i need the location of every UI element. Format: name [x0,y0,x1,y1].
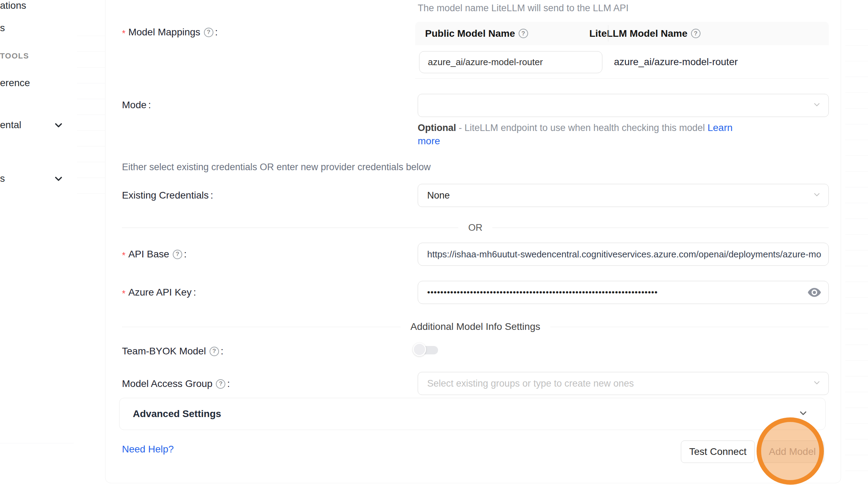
chevron-down-icon[interactable] [53,173,64,185]
team-byok-toggle[interactable] [413,343,438,358]
mode-help-text: Optional - LiteLLM endpoint to use when … [418,121,733,148]
team-byok-label: Team-BYOK Model ? : [122,344,223,358]
model-access-group-select[interactable]: Select existing groups or type to create… [418,372,829,395]
litellm-model-name-helper: The model name LiteLLM will send to the … [418,3,629,14]
sidebar-item-label: ations [0,0,26,11]
api-base-input[interactable] [418,243,828,265]
column-divider [608,25,608,42]
chevron-down-icon[interactable] [53,119,64,131]
model-mappings-label: * Model Mappings ? : [122,25,218,39]
background-row-line [0,443,74,443]
advanced-settings-label: Advanced Settings [133,408,221,420]
chevron-down-icon [812,378,821,389]
model-mapping-row: azure_ai/azure-model-router [415,45,829,79]
mode-select[interactable] [418,94,829,117]
required-asterisk: * [122,250,125,261]
help-question-icon[interactable]: ? [173,250,182,259]
credentials-note: Either select existing credentials OR en… [122,162,431,173]
help-question-icon[interactable]: ? [691,29,700,38]
sidebar-item-experimental[interactable]: ental [0,118,21,132]
chevron-down-icon [812,190,821,201]
additional-info-divider: Additional Model Info Settings [122,322,829,332]
help-question-icon[interactable]: ? [519,29,528,38]
advanced-settings-panel[interactable]: Advanced Settings [119,398,826,430]
existing-credentials-select[interactable]: None [418,184,829,207]
background-table-left-sliver [77,20,105,202]
api-base-input-wrap [418,243,829,266]
help-question-icon[interactable]: ? [216,379,225,389]
public-model-name-input[interactable] [419,57,602,68]
sidebar-item-label: ental [0,119,21,131]
azure-api-key-masked-value[interactable]: ••••••••••••••••••••••••••••••••••••••••… [418,287,828,297]
eye-icon [807,286,822,298]
learn-more-link[interactable]: Learn [708,122,733,133]
model-mappings-header-row: Public Model Name ? LiteLLM Model Name ? [415,22,829,45]
or-divider: OR [122,223,829,233]
sidebar-item-label: erence [0,77,30,89]
litellm-model-name-value: azure_ai/azure-model-router [614,45,738,78]
azure-api-key-input-wrap: ••••••••••••••••••••••••••••••••••••••••… [418,281,829,304]
help-question-icon[interactable]: ? [204,28,213,37]
required-asterisk: * [122,28,125,39]
public-model-name-input-wrap [419,51,602,73]
background-table-right-sliver [845,14,868,476]
chevron-down-icon [798,408,808,420]
need-help-wrap: Need Help? [122,442,174,456]
mode-label: Mode : [122,98,151,112]
chevron-down-icon [812,100,821,111]
sidebar-item-integrations[interactable]: ations [0,0,26,13]
existing-credentials-label: Existing Credentials : [122,188,213,202]
sidebar-item-inference[interactable]: erence [0,76,30,90]
add-model-button[interactable]: Add Model [760,441,824,463]
need-help-link[interactable]: Need Help? [122,444,174,455]
sidebar-item-models[interactable]: s [0,21,5,35]
learn-more-link[interactable]: more [418,136,440,146]
sidebar-section-label: TOOLS [0,51,29,61]
api-base-label: * API Base ? : [122,247,187,261]
required-asterisk: * [122,288,125,299]
litellm-model-name-header: LiteLLM Model Name ? [589,28,700,39]
sidebar-item-label: s [0,173,5,184]
public-model-name-header: Public Model Name ? [425,28,528,39]
sidebar-item-settings[interactable]: s [0,172,5,186]
azure-api-key-label: * Azure API Key : [122,285,196,299]
model-mappings-table: Public Model Name ? LiteLLM Model Name ?… [415,22,829,79]
help-question-icon[interactable]: ? [210,347,219,356]
test-connect-button[interactable]: Test Connect [681,441,755,463]
sidebar-section-tools: TOOLS [0,49,29,63]
sidebar-item-label: s [0,22,5,34]
model-access-group-label: Model Access Group ? : [122,377,230,391]
toggle-password-visibility-button[interactable] [806,285,823,299]
